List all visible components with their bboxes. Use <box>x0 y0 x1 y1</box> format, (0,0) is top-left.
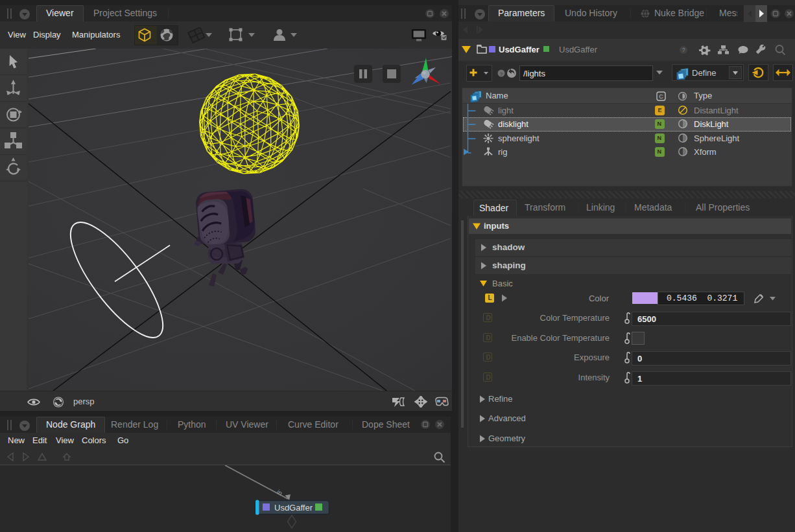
svg-text:C: C <box>659 93 663 100</box>
svg-text:?: ? <box>682 47 685 53</box>
svg-text:?: ? <box>500 71 503 77</box>
svg-text:UsdGaffer: UsdGaffer <box>274 503 313 513</box>
